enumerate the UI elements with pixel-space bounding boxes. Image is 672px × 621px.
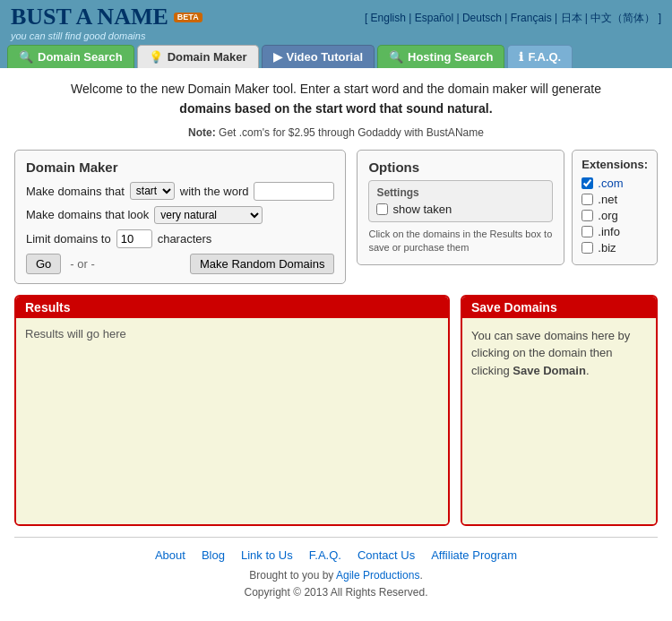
logo-subtitle: you can still find good domains [11,30,202,41]
results-content: Results will go here [16,318,448,524]
lang-japanese[interactable]: 日本 [561,12,582,24]
footer-link-affiliate[interactable]: Affiliate Program [431,548,517,562]
limit-domains-label: Limit domains to [26,232,111,246]
action-row: Go - or - Make Random Domains [26,254,334,274]
tab-faq-label: F.A.Q. [528,50,561,64]
ext-biz-checkbox[interactable] [582,242,593,254]
main-content: Welcome to the new Domain Maker tool. En… [0,68,672,621]
ext-row-org: .org [582,209,648,222]
tool-area: Domain Maker Make domains that start end… [14,150,658,284]
tab-domain-search[interactable]: 🔍 Domain Search [7,45,134,68]
tab-domain-search-label: Domain Search [38,50,123,64]
note-text: Note: Get .com's for $2.95 through Godad… [14,126,658,139]
tab-domain-maker[interactable]: 💡 Domain Maker [137,45,259,68]
ext-info-label: .info [598,225,620,238]
ext-com-checkbox[interactable] [582,177,593,189]
ext-net-checkbox[interactable] [582,194,593,205]
header: BUST A NAME BETA you can still find good… [0,0,672,45]
footer-link-link-to-us[interactable]: Link to Us [241,548,293,562]
options-extensions-row: Options Settings show taken Click on the… [357,150,658,265]
start-end-select[interactable]: start end [130,182,175,200]
video-icon: ▶ [273,50,282,64]
show-taken-row: show taken [376,203,545,216]
natural-look-select[interactable]: very natural natural somewhat natural [154,206,263,224]
options-box: Options Settings show taken Click on the… [357,150,564,265]
ext-net-label: .net [598,193,617,206]
footer-link-about[interactable]: About [155,548,185,562]
ext-row-info: .info [582,225,648,238]
copyright-text: Copyright © 2013 All Rights Reserved. [245,586,428,599]
hosting-search-icon: 🔍 [389,50,403,64]
start-word-input[interactable] [254,182,334,201]
save-content: You can save domains here by clicking on… [462,318,656,524]
brought-by-text: Brought to you by [249,569,336,582]
ext-org-label: .org [598,209,617,222]
ext-com-label: .com [598,177,623,190]
extensions-title: Extensions: [582,158,648,171]
footer-links: About Blog Link to Us F.A.Q. Contact Us … [14,543,658,567]
footer-divider [14,537,658,538]
welcome-line2: domains based on the start word that sou… [179,101,492,116]
show-taken-checkbox[interactable] [376,203,388,215]
limit-domains-row: Limit domains to characters [26,229,334,248]
logo-title: BUST A NAME BETA [11,5,202,29]
extensions-box: Extensions: .com .net .org [572,150,658,265]
or-text: - or - [70,257,94,271]
random-button[interactable]: Make Random Domains [190,254,334,274]
settings-label: Settings [376,186,545,199]
settings-section: Settings show taken [368,180,553,222]
footer-bottom: Brought to you by Agile Productions. Cop… [14,567,658,610]
info-icon: ℹ [519,50,523,64]
note-body: Get .com's for $2.95 through Godaddy wit… [219,126,484,139]
results-placeholder: Results will go here [25,327,126,341]
options-hint: Click on the domains in the Results box … [368,228,553,255]
ext-row-com: .com [582,177,648,190]
domain-maker-title: Domain Maker [26,160,334,175]
ext-row-biz: .biz [582,241,648,254]
lang-english[interactable]: English [371,12,406,24]
footer-link-faq[interactable]: F.A.Q. [309,548,341,562]
nav-tabs: 🔍 Domain Search 💡 Domain Maker ▶ Video T… [0,45,672,68]
tab-domain-maker-label: Domain Maker [168,50,247,64]
options-title: Options [368,160,553,175]
with-word-label: with the word [180,185,249,198]
lang-deutsch[interactable]: Deutsch [462,12,502,24]
lang-espanol[interactable]: Español [415,12,453,24]
go-button[interactable]: Go [26,254,61,274]
save-header: Save Domains [462,297,656,318]
save-box: Save Domains You can save domains here b… [461,295,658,526]
tab-hosting-search[interactable]: 🔍 Hosting Search [377,45,504,68]
char-limit-input[interactable] [116,229,152,248]
ext-biz-label: .biz [598,241,616,254]
lang-francais[interactable]: Français [511,12,552,24]
welcome-line1: Welcome to the new Domain Maker tool. En… [71,82,601,96]
results-area: Results Results will go here Save Domain… [14,295,658,526]
footer-link-blog[interactable]: Blog [202,548,225,562]
make-domains-row2: Make domains that look very natural natu… [26,206,334,224]
logo-text: BUST A NAME [11,5,168,29]
ext-row-net: .net [582,193,648,206]
language-bar: [ English | Español | Deutsch | Français… [365,5,661,26]
lang-chinese[interactable]: 中文（简体） [590,12,655,24]
note-prefix: Note: [188,126,219,139]
domain-maker-box: Domain Maker Make domains that start end… [14,150,346,284]
make-domains-label2: Make domains that look [26,208,149,221]
tab-hosting-search-label: Hosting Search [408,50,493,64]
show-taken-label: show taken [392,203,452,216]
beta-badge: BETA [174,13,202,22]
characters-label: characters [158,232,212,246]
search-icon: 🔍 [19,50,33,64]
footer-link-contact[interactable]: Contact Us [358,548,415,562]
tab-video-tutorial-label: Video Tutorial [287,50,363,64]
tab-faq[interactable]: ℹ F.A.Q. [507,45,573,68]
welcome-text: Welcome to the new Domain Maker tool. En… [14,79,658,119]
lightbulb-icon: 💡 [149,50,163,64]
make-domains-row1: Make domains that start end with the wor… [26,182,334,201]
ext-org-checkbox[interactable] [582,210,593,221]
results-box: Results Results will go here [14,295,450,526]
logo-area: BUST A NAME BETA you can still find good… [11,5,202,45]
agile-link[interactable]: Agile Productions [336,569,419,582]
results-header: Results [16,297,448,318]
ext-info-checkbox[interactable] [582,226,593,237]
tab-video-tutorial[interactable]: ▶ Video Tutorial [262,45,375,68]
